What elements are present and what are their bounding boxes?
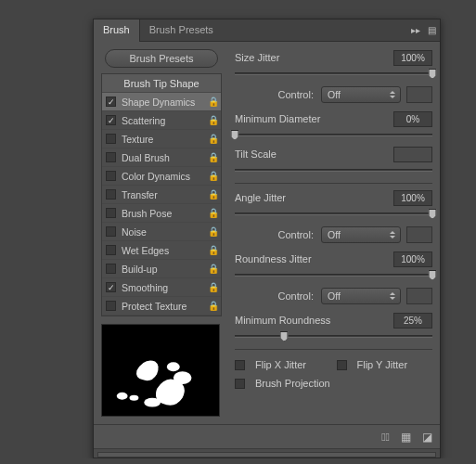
tilt-scale-value <box>393 147 432 162</box>
roundness-control-dropdown[interactable]: Off <box>321 288 401 304</box>
angle-jitter-label: Angle Jitter <box>235 192 393 203</box>
lock-icon[interactable]: 🔒 <box>208 189 217 200</box>
flip-y-checkbox[interactable] <box>337 360 347 370</box>
angle-control-aux[interactable] <box>406 226 432 243</box>
min-diameter-label: Minimum Diameter <box>235 113 393 124</box>
brush-tip-shape-header[interactable]: Brush Tip Shape <box>102 74 221 93</box>
angle-control-dropdown[interactable]: Off <box>321 226 401 243</box>
tab-brush[interactable]: Brush <box>94 19 140 42</box>
size-control-aux[interactable] <box>406 86 432 103</box>
size-jitter-label: Size Jitter <box>235 52 393 63</box>
min-roundness-slider[interactable] <box>235 330 432 343</box>
size-jitter-value[interactable]: 100% <box>393 50 432 66</box>
lock-icon[interactable]: 🔒 <box>208 171 217 181</box>
checkbox[interactable] <box>106 208 116 218</box>
angle-jitter-slider[interactable] <box>235 208 432 221</box>
flip-y-label: Flip Y Jitter <box>357 359 408 370</box>
setting-smoothing[interactable]: Smoothing🔒 <box>102 278 221 297</box>
panel-footer: ✎⃞ ▦ ◪ <box>94 424 440 448</box>
setting-dual-brush[interactable]: Dual Brush🔒 <box>102 148 221 167</box>
svg-point-4 <box>167 362 180 371</box>
checkbox[interactable] <box>106 282 116 292</box>
setting-shape-dynamics[interactable]: Shape Dynamics🔒 <box>102 93 221 111</box>
svg-point-2 <box>174 371 192 384</box>
control-label: Control: <box>277 89 314 100</box>
min-diameter-slider[interactable] <box>235 129 432 142</box>
left-column: Brush Presets Brush Tip Shape Shape Dyna… <box>101 49 222 417</box>
roundness-control-aux[interactable] <box>406 288 432 304</box>
toggle-preview-icon[interactable]: ✎⃞ <box>381 431 390 444</box>
snapshot-icon[interactable]: ◪ <box>422 431 432 444</box>
checkbox[interactable] <box>106 152 116 162</box>
brush-presets-button[interactable]: Brush Presets <box>105 49 218 68</box>
checkbox[interactable] <box>106 245 116 255</box>
roundness-jitter-label: Roundness Jitter <box>235 253 393 264</box>
min-roundness-label: Minimum Roundness <box>235 315 393 326</box>
setting-build-up[interactable]: Build-up🔒 <box>102 260 221 278</box>
brush-panel: Brush Brush Presets ▸▸ ▤ Brush Presets B… <box>93 19 441 458</box>
roundness-jitter-value[interactable]: 100% <box>393 251 432 267</box>
setting-texture[interactable]: Texture🔒 <box>102 130 221 148</box>
roundness-jitter-slider[interactable] <box>235 269 432 282</box>
tab-bar: Brush Brush Presets ▸▸ ▤ <box>94 19 440 42</box>
svg-point-1 <box>130 395 139 401</box>
svg-point-0 <box>117 393 128 400</box>
checkbox[interactable] <box>106 189 116 200</box>
min-diameter-value[interactable]: 0% <box>393 111 432 127</box>
lock-icon[interactable]: 🔒 <box>208 301 217 311</box>
tilt-scale-label: Tilt Scale <box>235 148 393 160</box>
lock-icon[interactable]: 🔒 <box>208 264 217 274</box>
lock-icon[interactable]: 🔒 <box>208 282 217 292</box>
setting-color-dynamics[interactable]: Color Dynamics🔒 <box>102 167 221 186</box>
brush-projection-checkbox[interactable] <box>235 379 245 389</box>
flip-x-label: Flip X Jitter <box>255 359 306 370</box>
setting-noise[interactable]: Noise🔒 <box>102 223 221 241</box>
setting-wet-edges[interactable]: Wet Edges🔒 <box>102 241 221 260</box>
settings-list: Brush Tip Shape Shape Dynamics🔒 Scatteri… <box>101 73 222 316</box>
scrollbar[interactable] <box>94 448 440 458</box>
lock-icon[interactable]: 🔒 <box>208 245 217 255</box>
lock-icon[interactable]: 🔒 <box>208 226 217 237</box>
checkbox[interactable] <box>106 115 116 125</box>
panel-menu-icon[interactable]: ▤ <box>424 25 440 35</box>
size-control-dropdown[interactable]: Off <box>321 86 401 103</box>
setting-scattering[interactable]: Scattering🔒 <box>102 111 221 130</box>
lock-icon[interactable]: 🔒 <box>208 152 217 162</box>
control-label: Control: <box>277 290 314 302</box>
angle-jitter-value[interactable]: 100% <box>393 190 432 206</box>
checkbox[interactable] <box>106 264 116 274</box>
tab-brush-presets[interactable]: Brush Presets <box>140 19 223 42</box>
checkbox[interactable] <box>106 171 116 181</box>
checkbox[interactable] <box>106 134 116 144</box>
brush-projection-label: Brush Projection <box>255 378 330 389</box>
flip-x-checkbox[interactable] <box>235 360 245 370</box>
lock-icon[interactable]: 🔒 <box>208 208 217 218</box>
size-jitter-slider[interactable] <box>235 68 432 81</box>
checkbox[interactable] <box>106 97 116 107</box>
tilt-scale-slider <box>235 164 432 177</box>
svg-point-3 <box>144 398 161 407</box>
right-column: Size Jitter100% Control: Off Minimum Dia… <box>222 49 432 417</box>
checkbox[interactable] <box>106 301 116 311</box>
brush-preview <box>101 324 220 417</box>
lock-icon[interactable]: 🔒 <box>208 97 217 107</box>
min-roundness-value[interactable]: 25% <box>393 313 432 329</box>
checkbox[interactable] <box>106 226 116 237</box>
setting-protect-texture[interactable]: Protect Texture🔒 <box>102 297 221 316</box>
new-brush-icon[interactable]: ▦ <box>401 431 411 444</box>
setting-brush-pose[interactable]: Brush Pose🔒 <box>102 204 221 223</box>
lock-icon[interactable]: 🔒 <box>208 115 217 125</box>
control-label: Control: <box>277 229 314 240</box>
expand-icon[interactable]: ▸▸ <box>407 25 424 35</box>
setting-transfer[interactable]: Transfer🔒 <box>102 186 221 204</box>
lock-icon[interactable]: 🔒 <box>208 134 217 144</box>
